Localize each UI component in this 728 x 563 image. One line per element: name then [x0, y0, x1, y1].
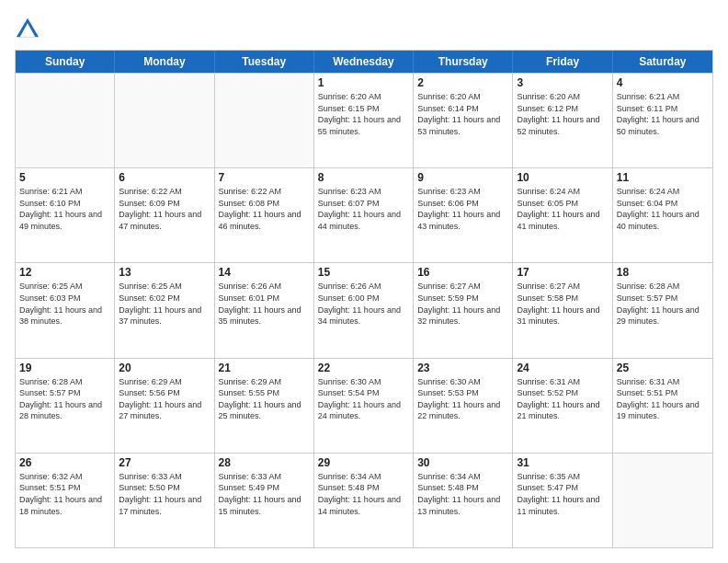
weekday-header-friday: Friday	[513, 51, 612, 73]
day-info: Sunrise: 6:33 AM Sunset: 5:49 PM Dayligh…	[219, 471, 310, 517]
weekday-header-sunday: Sunday	[16, 51, 115, 73]
day-info: Sunrise: 6:30 AM Sunset: 5:54 PM Dayligh…	[318, 376, 409, 422]
day-info: Sunrise: 6:23 AM Sunset: 6:07 PM Dayligh…	[318, 186, 409, 232]
day-number: 31	[517, 456, 608, 469]
day-info: Sunrise: 6:25 AM Sunset: 6:03 PM Dayligh…	[19, 281, 110, 327]
day-number: 19	[19, 362, 110, 374]
day-cell-16: 16Sunrise: 6:27 AM Sunset: 5:59 PM Dayli…	[414, 263, 513, 357]
page: SundayMondayTuesdayWednesdayThursdayFrid…	[0, 0, 728, 563]
day-info: Sunrise: 6:31 AM Sunset: 5:51 PM Dayligh…	[617, 376, 709, 422]
calendar-week-1: 1Sunrise: 6:20 AM Sunset: 6:15 PM Daylig…	[16, 73, 712, 167]
calendar-week-4: 19Sunrise: 6:28 AM Sunset: 5:57 PM Dayli…	[16, 358, 712, 453]
day-cell-21: 21Sunrise: 6:29 AM Sunset: 5:55 PM Dayli…	[215, 359, 314, 453]
day-info: Sunrise: 6:21 AM Sunset: 6:10 PM Dayligh…	[19, 186, 110, 232]
day-info: Sunrise: 6:24 AM Sunset: 6:05 PM Dayligh…	[517, 186, 608, 232]
day-info: Sunrise: 6:34 AM Sunset: 5:48 PM Dayligh…	[417, 471, 508, 517]
day-number: 17	[517, 266, 608, 279]
day-info: Sunrise: 6:32 AM Sunset: 5:51 PM Dayligh…	[19, 471, 110, 517]
day-info: Sunrise: 6:35 AM Sunset: 5:47 PM Dayligh…	[517, 471, 608, 517]
day-info: Sunrise: 6:20 AM Sunset: 6:14 PM Dayligh…	[417, 91, 508, 137]
day-number: 30	[417, 456, 508, 469]
weekday-header-wednesday: Wednesday	[314, 51, 414, 73]
day-cell-10: 10Sunrise: 6:24 AM Sunset: 6:05 PM Dayli…	[513, 168, 612, 262]
day-cell-20: 20Sunrise: 6:29 AM Sunset: 5:56 PM Dayli…	[115, 359, 214, 453]
day-number: 18	[617, 266, 709, 279]
day-info: Sunrise: 6:30 AM Sunset: 5:53 PM Dayligh…	[417, 376, 508, 422]
day-cell-26: 26Sunrise: 6:32 AM Sunset: 5:51 PM Dayli…	[16, 454, 115, 547]
day-cell-28: 28Sunrise: 6:33 AM Sunset: 5:49 PM Dayli…	[215, 454, 314, 547]
day-cell-31: 31Sunrise: 6:35 AM Sunset: 5:47 PM Dayli…	[513, 454, 612, 547]
day-cell-3: 3Sunrise: 6:20 AM Sunset: 6:12 PM Daylig…	[513, 74, 612, 167]
day-cell-17: 17Sunrise: 6:27 AM Sunset: 5:58 PM Dayli…	[513, 263, 612, 357]
day-info: Sunrise: 6:24 AM Sunset: 6:04 PM Dayligh…	[617, 186, 709, 232]
day-number: 27	[119, 456, 210, 469]
day-info: Sunrise: 6:31 AM Sunset: 5:52 PM Dayligh…	[517, 376, 608, 422]
day-number: 21	[219, 362, 310, 374]
day-number: 4	[617, 76, 709, 89]
day-cell-29: 29Sunrise: 6:34 AM Sunset: 5:48 PM Dayli…	[314, 454, 414, 547]
calendar-week-2: 5Sunrise: 6:21 AM Sunset: 6:10 PM Daylig…	[16, 167, 712, 262]
day-info: Sunrise: 6:23 AM Sunset: 6:06 PM Dayligh…	[417, 186, 508, 232]
day-cell-4: 4Sunrise: 6:21 AM Sunset: 6:11 PM Daylig…	[613, 74, 712, 167]
day-cell-22: 22Sunrise: 6:30 AM Sunset: 5:54 PM Dayli…	[314, 359, 414, 453]
day-cell-13: 13Sunrise: 6:25 AM Sunset: 6:02 PM Dayli…	[115, 263, 214, 357]
calendar-header: SundayMondayTuesdayWednesdayThursdayFrid…	[16, 51, 712, 73]
day-cell-empty-0-0	[16, 74, 115, 167]
weekday-header-saturday: Saturday	[613, 51, 712, 73]
day-number: 23	[417, 362, 508, 374]
day-number: 5	[19, 171, 110, 184]
day-info: Sunrise: 6:26 AM Sunset: 6:01 PM Dayligh…	[219, 281, 310, 327]
logo-icon	[15, 15, 40, 40]
weekday-header-tuesday: Tuesday	[215, 51, 314, 73]
day-cell-1: 1Sunrise: 6:20 AM Sunset: 6:15 PM Daylig…	[314, 74, 414, 167]
calendar: SundayMondayTuesdayWednesdayThursdayFrid…	[15, 50, 713, 548]
day-number: 15	[318, 266, 409, 279]
day-cell-23: 23Sunrise: 6:30 AM Sunset: 5:53 PM Dayli…	[414, 359, 513, 453]
day-number: 28	[219, 456, 310, 469]
calendar-week-3: 12Sunrise: 6:25 AM Sunset: 6:03 PM Dayli…	[16, 262, 712, 357]
logo	[15, 15, 42, 40]
day-info: Sunrise: 6:29 AM Sunset: 5:55 PM Dayligh…	[219, 376, 310, 422]
day-cell-19: 19Sunrise: 6:28 AM Sunset: 5:57 PM Dayli…	[16, 359, 115, 453]
day-info: Sunrise: 6:28 AM Sunset: 5:57 PM Dayligh…	[19, 376, 110, 422]
day-info: Sunrise: 6:25 AM Sunset: 6:02 PM Dayligh…	[119, 281, 210, 327]
weekday-header-thursday: Thursday	[414, 51, 513, 73]
day-cell-7: 7Sunrise: 6:22 AM Sunset: 6:08 PM Daylig…	[215, 168, 314, 262]
day-cell-6: 6Sunrise: 6:22 AM Sunset: 6:09 PM Daylig…	[115, 168, 214, 262]
day-info: Sunrise: 6:20 AM Sunset: 6:12 PM Dayligh…	[517, 91, 608, 137]
day-cell-empty-0-1	[115, 74, 214, 167]
day-number: 20	[119, 362, 210, 374]
day-number: 24	[517, 362, 608, 374]
day-number: 14	[219, 266, 310, 279]
day-number: 6	[119, 171, 210, 184]
day-cell-5: 5Sunrise: 6:21 AM Sunset: 6:10 PM Daylig…	[16, 168, 115, 262]
day-number: 2	[417, 76, 508, 89]
day-number: 12	[19, 266, 110, 279]
day-number: 25	[617, 362, 709, 374]
day-number: 16	[417, 266, 508, 279]
day-number: 22	[318, 362, 409, 374]
day-info: Sunrise: 6:26 AM Sunset: 6:00 PM Dayligh…	[318, 281, 409, 327]
day-cell-9: 9Sunrise: 6:23 AM Sunset: 6:06 PM Daylig…	[414, 168, 513, 262]
day-cell-empty-0-2	[215, 74, 314, 167]
day-number: 26	[19, 456, 110, 469]
calendar-week-5: 26Sunrise: 6:32 AM Sunset: 5:51 PM Dayli…	[16, 453, 712, 547]
day-number: 7	[219, 171, 310, 184]
day-info: Sunrise: 6:22 AM Sunset: 6:09 PM Dayligh…	[119, 186, 210, 232]
day-number: 29	[318, 456, 409, 469]
calendar-body: 1Sunrise: 6:20 AM Sunset: 6:15 PM Daylig…	[16, 73, 712, 547]
day-info: Sunrise: 6:28 AM Sunset: 5:57 PM Dayligh…	[617, 281, 709, 327]
day-cell-14: 14Sunrise: 6:26 AM Sunset: 6:01 PM Dayli…	[215, 263, 314, 357]
day-cell-8: 8Sunrise: 6:23 AM Sunset: 6:07 PM Daylig…	[314, 168, 414, 262]
day-number: 13	[119, 266, 210, 279]
day-cell-12: 12Sunrise: 6:25 AM Sunset: 6:03 PM Dayli…	[16, 263, 115, 357]
day-info: Sunrise: 6:27 AM Sunset: 5:59 PM Dayligh…	[417, 281, 508, 327]
day-number: 8	[318, 171, 409, 184]
day-number: 10	[517, 171, 608, 184]
day-cell-empty-4-6	[613, 454, 712, 547]
day-cell-15: 15Sunrise: 6:26 AM Sunset: 6:00 PM Dayli…	[314, 263, 414, 357]
day-info: Sunrise: 6:34 AM Sunset: 5:48 PM Dayligh…	[318, 471, 409, 517]
day-info: Sunrise: 6:27 AM Sunset: 5:58 PM Dayligh…	[517, 281, 608, 327]
weekday-header-monday: Monday	[115, 51, 214, 73]
day-info: Sunrise: 6:21 AM Sunset: 6:11 PM Dayligh…	[617, 91, 709, 137]
